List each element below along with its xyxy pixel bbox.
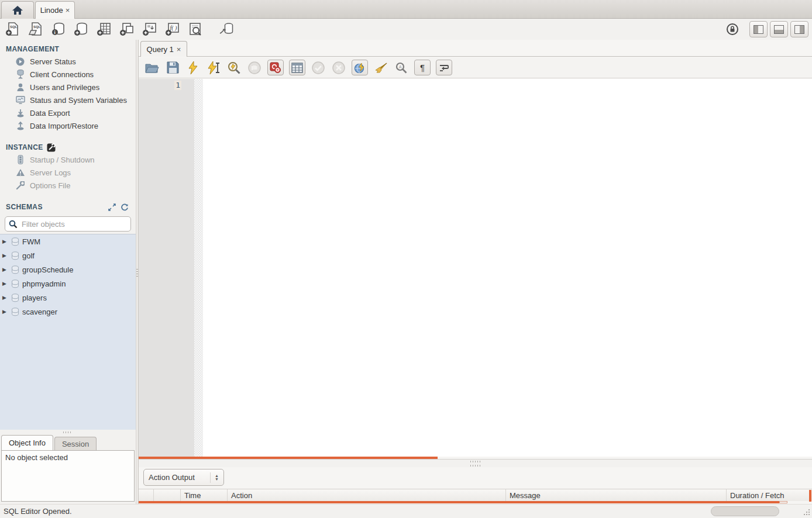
- connection-tab-linode[interactable]: Linode ×: [35, 1, 75, 19]
- create-procedure-icon[interactable]: [142, 22, 157, 37]
- sidebar-splitter-handle[interactable]: [0, 430, 136, 435]
- sql-editor-toolbar: A ¶: [139, 57, 812, 78]
- schema-inspector-icon[interactable]: i: [50, 22, 66, 37]
- sidebar-item-options-file[interactable]: Options File: [0, 179, 136, 192]
- schema-label: golf: [22, 251, 35, 260]
- sidebar-item-system-variables[interactable]: Status and System Variables: [0, 94, 136, 106]
- chevron-right-icon[interactable]: ▶: [2, 281, 8, 286]
- options-file-icon: [15, 181, 25, 190]
- sidebar-item-server-status[interactable]: Server Status: [0, 55, 136, 68]
- toggle-left-panel-icon[interactable]: [749, 21, 768, 37]
- mysql-workbench-window: Linode × SQL SQL i: [0, 0, 812, 518]
- col-time[interactable]: Time: [181, 489, 228, 501]
- chevron-right-icon[interactable]: ▶: [2, 295, 8, 301]
- home-tab[interactable]: [1, 1, 34, 19]
- create-function-icon[interactable]: f( ): [164, 22, 180, 37]
- item-label: Users and Privileges: [30, 83, 99, 92]
- item-label: Client Connections: [30, 70, 94, 79]
- window-resize-grip[interactable]: [802, 508, 810, 516]
- item-label: Status and System Variables: [30, 96, 127, 105]
- lock-status-icon[interactable]: [726, 23, 739, 36]
- col-message[interactable]: Message: [506, 489, 727, 501]
- sql-editor[interactable]: 1: [139, 79, 812, 457]
- search-icon: [9, 220, 18, 229]
- bottom-scrollbar-thumb[interactable]: [711, 506, 779, 516]
- chevron-right-icon[interactable]: ▶: [2, 267, 8, 272]
- sidebar-item-data-export[interactable]: Data Export: [0, 106, 136, 119]
- svg-text:A: A: [399, 65, 402, 69]
- clear-query-icon[interactable]: [373, 60, 388, 75]
- open-script-icon[interactable]: [144, 60, 160, 75]
- schema-icon: [11, 279, 19, 288]
- create-schema-icon[interactable]: [73, 22, 89, 37]
- schema-row-phpmyadmin[interactable]: ▶ phpmyadmin: [0, 277, 136, 291]
- toggle-bottom-panel-icon[interactable]: [770, 21, 788, 37]
- action-output-selector[interactable]: Action Output ▲▼: [143, 469, 224, 486]
- editor-output-splitter[interactable]: [139, 459, 812, 467]
- schema-filter-input[interactable]: [20, 219, 127, 229]
- wrap-text-toggle[interactable]: [436, 60, 452, 75]
- reconnect-dbms-icon[interactable]: [218, 22, 234, 37]
- schema-icon: [11, 237, 19, 246]
- output-vertical-scrollbar[interactable]: [809, 490, 811, 502]
- item-label: Data Import/Restore: [30, 122, 98, 130]
- col-duration-fetch[interactable]: Duration / Fetch: [727, 489, 812, 501]
- schema-row-fwm[interactable]: ▶ FWM: [0, 234, 136, 248]
- autocommit-toggle[interactable]: [352, 60, 368, 75]
- execute-current-icon[interactable]: [206, 60, 221, 75]
- data-import-icon: [15, 122, 25, 130]
- create-view-icon[interactable]: [119, 22, 135, 37]
- query-tabstrip: Query 1 ×: [139, 40, 812, 57]
- editor-text-area[interactable]: [203, 79, 812, 457]
- sidebar-item-startup-shutdown[interactable]: Startup / Shutdown: [0, 153, 136, 166]
- schema-tree: ▶ FWM ▶ golf ▶ groupSchedule ▶ phpmyadmi…: [0, 234, 136, 430]
- object-info-panel: No object selected: [1, 450, 135, 502]
- close-icon[interactable]: ×: [177, 46, 181, 53]
- col-action[interactable]: Action: [228, 489, 506, 501]
- invisibles-toggle[interactable]: ¶: [414, 60, 431, 75]
- sidebar-item-client-connections[interactable]: Client Connections: [0, 68, 136, 81]
- expand-schemas-icon[interactable]: [108, 203, 116, 211]
- item-label: Data Export: [30, 109, 70, 118]
- tab-session[interactable]: Session: [54, 437, 97, 450]
- limit-rows-toggle[interactable]: [289, 60, 305, 75]
- chevron-right-icon[interactable]: ▶: [2, 309, 8, 315]
- tab-label: Object Info: [9, 438, 46, 447]
- save-script-icon[interactable]: [165, 60, 180, 75]
- close-icon[interactable]: ×: [66, 6, 70, 14]
- sidebar-item-server-logs[interactable]: Server Logs: [0, 166, 136, 179]
- server-status-icon: [15, 57, 25, 66]
- fold-margin: [194, 79, 203, 457]
- stop-icon: [247, 60, 262, 75]
- editor-region: Query 1 ×: [139, 40, 812, 504]
- execute-icon[interactable]: [185, 60, 201, 75]
- stop-on-error-toggle[interactable]: [267, 60, 284, 75]
- schema-row-golf[interactable]: ▶ golf: [0, 248, 136, 263]
- tab-object-info[interactable]: Object Info: [1, 435, 53, 450]
- new-sql-tab-icon[interactable]: SQL: [5, 22, 20, 37]
- output-horizontal-scrollbar[interactable]: [139, 501, 779, 503]
- chevron-right-icon[interactable]: ▶: [2, 239, 8, 244]
- schema-row-groupschedule[interactable]: ▶ groupSchedule: [0, 263, 136, 277]
- item-label: Server Logs: [30, 168, 71, 177]
- item-label: Server Status: [30, 57, 76, 66]
- find-icon[interactable]: A: [394, 60, 409, 75]
- pilcrow-glyph: ¶: [420, 63, 425, 72]
- object-info-tabbar: Object Info Session: [0, 435, 136, 450]
- refresh-schemas-icon[interactable]: [121, 203, 129, 211]
- chevron-right-icon[interactable]: ▶: [2, 253, 8, 258]
- create-table-icon[interactable]: [96, 22, 112, 37]
- svg-text:SQL: SQL: [10, 25, 18, 29]
- open-sql-script-icon[interactable]: SQL: [27, 22, 43, 37]
- schema-row-scavenger[interactable]: ▶ scavenger: [0, 305, 136, 319]
- sidebar-item-users-privileges[interactable]: Users and Privileges: [0, 81, 136, 94]
- toggle-right-panel-icon[interactable]: [790, 21, 808, 37]
- tab-query-1[interactable]: Query 1 ×: [140, 41, 187, 57]
- sidebar-item-data-import[interactable]: Data Import/Restore: [0, 119, 136, 132]
- search-table-data-icon[interactable]: [187, 22, 203, 37]
- schema-label: players: [22, 293, 47, 302]
- output-scrollbar-track: [779, 501, 787, 503]
- schema-row-players[interactable]: ▶ players: [0, 291, 136, 305]
- schema-label: phpmyadmin: [22, 279, 66, 288]
- explain-icon[interactable]: [226, 60, 242, 75]
